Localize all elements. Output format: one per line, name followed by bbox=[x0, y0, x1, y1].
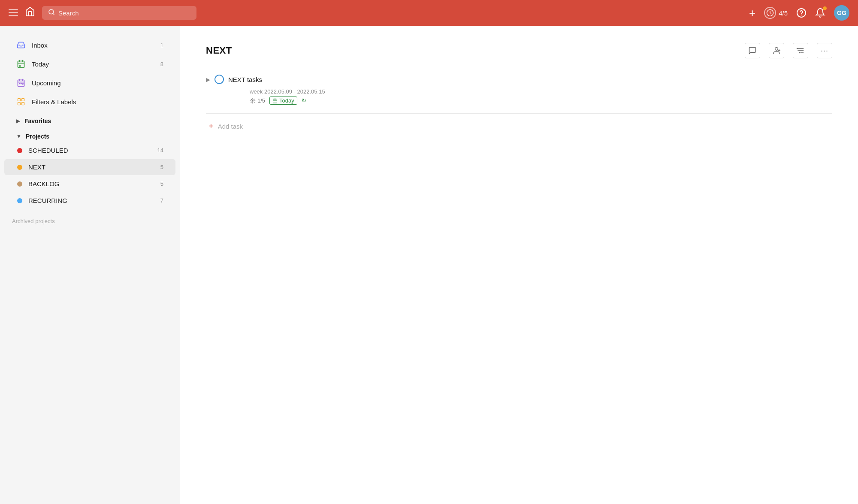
inbox-label: Inbox bbox=[32, 42, 160, 49]
sidebar: Inbox 1 8 Today 8 bbox=[0, 26, 180, 504]
backlog-count: 5 bbox=[160, 181, 163, 187]
svg-point-28 bbox=[798, 50, 799, 51]
sidebar-item-recurring[interactable]: RECURRING 7 bbox=[4, 193, 175, 208]
archived-projects-link[interactable]: Archived projects bbox=[0, 209, 180, 224]
task-divider bbox=[206, 113, 832, 114]
filters-icon bbox=[16, 97, 26, 106]
avatar[interactable]: GG bbox=[834, 5, 849, 21]
next-dot bbox=[17, 165, 22, 170]
header: Search + 4/5 bbox=[0, 0, 858, 26]
task-tags: 1/5 Today ↻ bbox=[250, 97, 832, 105]
svg-rect-5 bbox=[18, 61, 24, 67]
svg-point-21 bbox=[775, 48, 778, 51]
scheduled-dot bbox=[17, 148, 22, 153]
main-layout: Inbox 1 8 Today 8 bbox=[0, 26, 858, 504]
task-group-chevron-icon: ▶ bbox=[206, 76, 210, 83]
notification-badge bbox=[823, 6, 827, 10]
backlog-label: BACKLOG bbox=[28, 180, 160, 187]
content-area: NEXT bbox=[180, 26, 858, 504]
next-label: NEXT bbox=[28, 163, 160, 171]
scheduled-label: SCHEDULED bbox=[28, 147, 157, 154]
recurring-tag: ↻ bbox=[302, 97, 306, 104]
favorites-label: Favorites bbox=[24, 118, 51, 124]
task-name: NEXT tasks bbox=[228, 76, 262, 83]
task-date-range: week 2022.05.09 - 2022.05.15 bbox=[250, 88, 832, 95]
inbox-count: 1 bbox=[160, 42, 163, 48]
svg-rect-18 bbox=[22, 99, 24, 101]
add-button[interactable]: + bbox=[749, 6, 755, 20]
svg-rect-31 bbox=[273, 99, 277, 103]
today-tag: Today bbox=[269, 97, 297, 105]
add-task-label: Add task bbox=[218, 123, 243, 130]
svg-rect-16 bbox=[22, 83, 24, 85]
karma-icon bbox=[764, 7, 776, 19]
settings-button[interactable] bbox=[793, 43, 808, 58]
svg-rect-20 bbox=[22, 103, 24, 105]
header-right: + 4/5 GG bbox=[749, 5, 849, 21]
notifications-button[interactable] bbox=[815, 8, 825, 18]
content-header: NEXT bbox=[206, 43, 832, 58]
today-tag-label: Today bbox=[279, 97, 294, 104]
svg-text:8: 8 bbox=[19, 64, 21, 67]
add-task-button[interactable]: + Add task bbox=[208, 115, 832, 137]
filters-label: Filters & Labels bbox=[32, 98, 163, 106]
projects-label: Projects bbox=[26, 133, 49, 140]
svg-point-29 bbox=[799, 52, 801, 54]
svg-rect-14 bbox=[19, 83, 21, 85]
task-group: ▶ NEXT tasks week 2022.05.09 - 2022.05.1… bbox=[206, 71, 832, 105]
task-meta: week 2022.05.09 - 2022.05.15 1/5 bbox=[206, 88, 832, 105]
sidebar-item-scheduled[interactable]: SCHEDULED 14 bbox=[4, 142, 175, 158]
svg-rect-19 bbox=[18, 103, 21, 105]
plus-icon: + bbox=[208, 121, 214, 131]
upcoming-icon bbox=[16, 78, 26, 88]
svg-rect-17 bbox=[18, 99, 21, 101]
today-count: 8 bbox=[160, 61, 163, 67]
karma-display[interactable]: 4/5 bbox=[764, 7, 788, 19]
search-icon bbox=[48, 9, 55, 17]
hamburger-menu-button[interactable] bbox=[9, 9, 18, 16]
next-count: 5 bbox=[160, 164, 163, 170]
task-group-header[interactable]: ▶ NEXT tasks bbox=[206, 71, 832, 88]
svg-line-1 bbox=[53, 13, 54, 15]
content-actions: ··· bbox=[745, 43, 832, 58]
page-title: NEXT bbox=[206, 45, 232, 56]
home-button[interactable] bbox=[25, 6, 35, 19]
add-person-button[interactable] bbox=[769, 43, 784, 58]
favorites-chevron-icon: ▶ bbox=[16, 118, 20, 124]
upcoming-label: Upcoming bbox=[32, 79, 163, 87]
recurring-dot bbox=[17, 198, 22, 203]
sidebar-item-inbox[interactable]: Inbox 1 bbox=[4, 36, 175, 54]
today-label: Today bbox=[32, 60, 160, 68]
header-left: Search bbox=[9, 6, 196, 20]
today-icon: 8 bbox=[16, 59, 26, 69]
recurring-label: RECURRING bbox=[28, 197, 160, 204]
help-button[interactable] bbox=[796, 8, 807, 18]
svg-point-30 bbox=[252, 100, 253, 101]
recurring-count: 7 bbox=[160, 197, 163, 204]
sidebar-item-today[interactable]: 8 Today 8 bbox=[4, 55, 175, 73]
subtask-count: 1/5 bbox=[250, 97, 265, 104]
svg-point-27 bbox=[797, 48, 798, 49]
comment-button[interactable] bbox=[745, 43, 760, 58]
search-box[interactable]: Search bbox=[42, 6, 196, 20]
sidebar-item-backlog[interactable]: BACKLOG 5 bbox=[4, 176, 175, 192]
karma-value: 4/5 bbox=[779, 9, 788, 17]
scheduled-count: 14 bbox=[157, 147, 163, 154]
more-options-button[interactable]: ··· bbox=[817, 43, 832, 58]
favorites-section-header[interactable]: ▶ Favorites bbox=[4, 112, 175, 127]
task-circle-button[interactable] bbox=[214, 75, 224, 84]
backlog-dot bbox=[17, 181, 22, 187]
sidebar-item-filters[interactable]: Filters & Labels bbox=[4, 93, 175, 111]
subtask-count-label: 1/5 bbox=[257, 97, 265, 104]
inbox-icon bbox=[16, 40, 26, 50]
sidebar-item-upcoming[interactable]: Upcoming bbox=[4, 74, 175, 92]
sidebar-item-next[interactable]: NEXT 5 bbox=[4, 159, 175, 175]
search-placeholder: Search bbox=[58, 9, 79, 17]
projects-section-header[interactable]: ▼ Projects bbox=[4, 127, 175, 142]
svg-rect-15 bbox=[21, 83, 22, 85]
projects-chevron-icon: ▼ bbox=[16, 133, 21, 139]
